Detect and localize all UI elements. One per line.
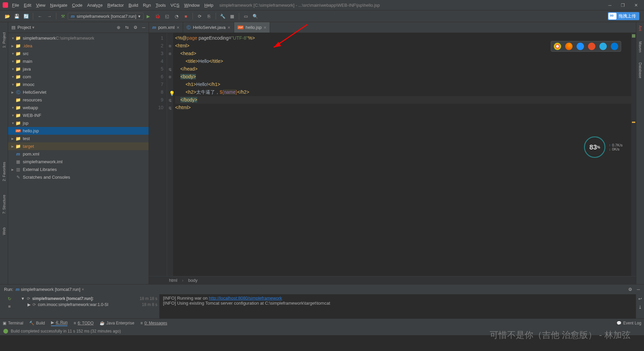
menu-run[interactable]: Run bbox=[143, 3, 151, 8]
run-config-dropdown[interactable]: m simpleframework [tomcat7:run] ▾ bbox=[68, 13, 144, 20]
menu-analyze[interactable]: Analyze bbox=[87, 3, 103, 8]
run-gear-icon[interactable]: ⚙ bbox=[628, 287, 632, 292]
tree-node-simpleframework[interactable]: ▼📁simpleframework C:\simpleframework bbox=[8, 34, 149, 42]
tab-close-icon[interactable]: × bbox=[177, 25, 179, 30]
menu-vcs[interactable]: VCS bbox=[170, 3, 179, 8]
menu-view[interactable]: View bbox=[36, 3, 45, 8]
warning-marker-icon[interactable] bbox=[632, 122, 635, 123]
avd-icon[interactable]: ▭ bbox=[243, 13, 249, 19]
opera-icon[interactable] bbox=[588, 43, 595, 50]
tree-node-webapp[interactable]: ▼📁webapp bbox=[8, 104, 149, 112]
tree-node-com[interactable]: ▼📁com bbox=[8, 73, 149, 81]
strip-ant[interactable]: Ant bbox=[638, 26, 642, 31]
strip-web[interactable]: Web bbox=[2, 227, 6, 235]
project-tree[interactable]: ▼📁simpleframework C:\simpleframework▶📁.i… bbox=[8, 33, 149, 284]
run-tree[interactable]: ▼⟳simpleframework [tomcat7:run]:18 m 18 … bbox=[19, 294, 160, 318]
chrome-icon[interactable] bbox=[554, 43, 561, 50]
expand-icon[interactable]: ⇆ bbox=[125, 25, 129, 30]
profile-icon[interactable]: ◔ bbox=[173, 13, 179, 19]
tree-node-hellojsp[interactable]: JSPhello.jsp bbox=[8, 127, 149, 135]
tree-node-imooc[interactable]: ▼📁imooc bbox=[8, 81, 149, 88]
tab-pom[interactable]: mpom.xml× bbox=[149, 22, 183, 33]
strip-maven[interactable]: Maven bbox=[638, 41, 642, 52]
project-title[interactable]: Project bbox=[17, 25, 31, 30]
tab-messages[interactable]: ≡ 0: Messages bbox=[140, 321, 167, 325]
strip-project[interactable]: 1: Project bbox=[2, 32, 6, 48]
tab-close-icon[interactable]: × bbox=[227, 25, 230, 30]
save-icon[interactable]: 💾 bbox=[14, 13, 20, 19]
menu-refactor[interactable]: Refactor bbox=[107, 3, 124, 8]
scroll-end-icon[interactable]: ⤓ bbox=[638, 305, 642, 310]
menu-help[interactable]: Help bbox=[204, 3, 213, 8]
gear-icon[interactable]: ⚙ bbox=[133, 25, 138, 30]
tree-node-jsp[interactable]: ▼📁jsp bbox=[8, 119, 149, 127]
strip-favorites[interactable]: 2: Favorites bbox=[2, 162, 6, 181]
update-icon[interactable]: ⟳ bbox=[197, 13, 203, 19]
run-close-icon[interactable]: × bbox=[82, 287, 84, 292]
menu-navigate[interactable]: Navigate bbox=[50, 3, 67, 8]
tree-node-pomxml[interactable]: mpom.xml bbox=[8, 150, 149, 158]
breadcrumb[interactable]: html › body bbox=[149, 276, 636, 284]
tab-terminal[interactable]: ▣ Terminal bbox=[3, 321, 23, 325]
run-tree-toggle-icon[interactable]: ≡ bbox=[8, 304, 11, 309]
tree-node-HelloServlet[interactable]: ▶ⒸHelloServlet bbox=[8, 88, 149, 96]
tab-servlet[interactable]: ⒸHelloServlet.java× bbox=[183, 22, 234, 33]
strip-structure[interactable]: 7: Structure bbox=[2, 195, 6, 214]
menu-code[interactable]: Code bbox=[72, 3, 83, 8]
soft-wrap-icon[interactable]: ↩ bbox=[638, 296, 642, 301]
firefox-icon[interactable] bbox=[565, 43, 573, 50]
strip-database[interactable]: Database bbox=[638, 62, 642, 78]
menu-file[interactable]: File bbox=[12, 3, 19, 8]
tree-node-resources[interactable]: 📁resources bbox=[8, 96, 149, 104]
menu-edit[interactable]: Edit bbox=[24, 3, 31, 8]
hide-icon[interactable]: ─ bbox=[142, 25, 145, 30]
ie-icon[interactable] bbox=[599, 43, 607, 50]
menu-tools[interactable]: Tools bbox=[156, 3, 166, 8]
tab-close-icon[interactable]: × bbox=[264, 25, 266, 30]
fold-gutter[interactable]: ⊟⊟⊟̲⊟⊟̲⊟̲ bbox=[167, 33, 173, 276]
tree-node-main[interactable]: ▼📁main bbox=[8, 57, 149, 65]
maximize-icon[interactable]: ❐ bbox=[621, 3, 625, 8]
upload-button[interactable]: 拖拽上传 bbox=[608, 12, 639, 20]
safari-icon[interactable] bbox=[577, 43, 584, 50]
tree-node-ScratchesandConsoles[interactable]: ✎Scratches and Consoles bbox=[8, 173, 149, 181]
tree-node-simpleframeworkiml[interactable]: ▦simpleframework.iml bbox=[8, 158, 149, 166]
target-icon[interactable]: ⊕ bbox=[117, 25, 120, 30]
structure-icon[interactable]: ▦ bbox=[229, 13, 235, 19]
open-icon[interactable]: 📂 bbox=[4, 13, 10, 19]
tree-node-test[interactable]: ▶📁test bbox=[8, 135, 149, 142]
tab-todo[interactable]: ≡ 6: TODO bbox=[73, 321, 94, 325]
run-icon[interactable]: ▶ bbox=[145, 13, 151, 19]
tab-run[interactable]: ▶ 4: Run bbox=[51, 320, 67, 326]
back-icon[interactable]: ← bbox=[37, 13, 43, 19]
code-lines[interactable]: <%@page pageEncoding="UTF-8"%> <html> <h… bbox=[173, 33, 631, 276]
rerun-icon[interactable]: ↻ bbox=[8, 296, 11, 301]
run-hide-icon[interactable]: ─ bbox=[637, 287, 640, 292]
coverage-icon[interactable]: ◱ bbox=[164, 13, 170, 19]
sync-icon[interactable]: 🔄 bbox=[23, 13, 29, 19]
tree-node-WEBINF[interactable]: ▼📁WEB-INF bbox=[8, 112, 149, 119]
out-link[interactable]: http://localhost:8080/simpleframework bbox=[209, 296, 282, 301]
project-dropdown-icon[interactable]: ▾ bbox=[32, 25, 35, 30]
run-name[interactable]: simpleframework [tomcat7:run] bbox=[21, 287, 80, 292]
tab-java-enterprise[interactable]: ☕ Java Enterprise bbox=[100, 321, 134, 325]
tree-node-idea[interactable]: ▶📁.idea bbox=[8, 42, 149, 50]
code-area[interactable]: 12345678910 ⊟⊟⊟̲⊟⊟̲⊟̲ 💡 <%@page pageEnco… bbox=[149, 33, 636, 276]
crumb-body[interactable]: body bbox=[188, 278, 198, 283]
wrench-icon[interactable]: 🔧 bbox=[220, 13, 226, 19]
hammer-icon[interactable]: ⚒ bbox=[60, 13, 66, 19]
menu-build[interactable]: Build bbox=[128, 3, 138, 8]
minimize-icon[interactable]: ─ bbox=[608, 3, 611, 8]
run-output[interactable]: [INFO] Running war on http://localhost:8… bbox=[160, 294, 636, 318]
tab-build[interactable]: 🔨 Build bbox=[29, 321, 45, 325]
attach-icon[interactable]: ⎘ bbox=[206, 13, 212, 19]
run-tree-child[interactable]: ▶⟳com.imooc:simpleframework:war:1.0-SI18… bbox=[21, 302, 157, 308]
tree-node-target[interactable]: ▶📁target bbox=[8, 142, 149, 150]
forward-icon[interactable]: → bbox=[46, 13, 52, 19]
menu-window[interactable]: Window bbox=[184, 3, 200, 8]
event-log[interactable]: 💬 Event Log bbox=[616, 321, 641, 325]
tree-node-ExternalLibraries[interactable]: ▶▥External Libraries bbox=[8, 166, 149, 173]
tree-node-src[interactable]: ▼📁src bbox=[8, 50, 149, 57]
error-stripe[interactable] bbox=[631, 33, 636, 276]
tab-hello-jsp[interactable]: JSPhello.jsp× bbox=[234, 22, 270, 33]
